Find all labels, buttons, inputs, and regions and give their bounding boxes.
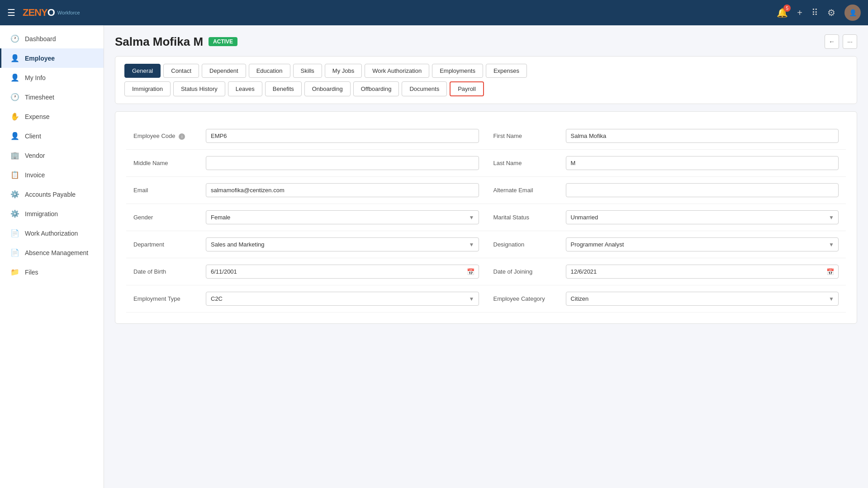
tab-general[interactable]: General <box>124 64 161 78</box>
email-input[interactable] <box>206 183 479 197</box>
top-navigation: ☰ ZENYO Workforce 🔔 5 + ⠿ ⚙ 👤 <box>0 0 868 25</box>
middle-name-field: Middle Name <box>126 150 486 177</box>
alternate-email-input[interactable] <box>566 183 839 197</box>
tab-benefits[interactable]: Benefits <box>265 81 302 96</box>
logo-text-white: O <box>47 7 55 18</box>
tab-leaves[interactable]: Leaves <box>228 81 262 96</box>
sidebar-label-invoice: Invoice <box>25 171 45 179</box>
hamburger-menu[interactable]: ☰ <box>7 7 15 18</box>
employee-code-info-icon[interactable]: i <box>179 133 185 140</box>
doj-input-wrap: 📅 <box>566 265 839 279</box>
employee-category-select[interactable]: CitizenGreen CardH1B <box>566 292 839 306</box>
tab-dependent[interactable]: Dependent <box>202 64 246 78</box>
gender-field: Gender FemaleMaleOther ▼ <box>126 204 486 231</box>
tabs-row-2: ImmigrationStatus HistoryLeavesBenefitsO… <box>124 81 848 96</box>
sidebar-label-files: Files <box>25 269 38 276</box>
back-button[interactable]: ← <box>825 34 839 49</box>
last-name-input-wrap <box>566 156 839 170</box>
nav-left: ☰ ZENYO Workforce <box>7 7 80 19</box>
notification-badge: 5 <box>783 5 791 12</box>
add-icon[interactable]: + <box>797 8 802 18</box>
myinfo-icon: 👤 <box>10 73 19 82</box>
first-name-input[interactable] <box>566 129 839 143</box>
alternate-email-label: Alternate Email <box>493 183 566 194</box>
main-layout: 🕐 Dashboard 👤 Employee 👤 My Info 🕐 Times… <box>0 25 868 488</box>
timesheet-icon: 🕐 <box>10 93 19 101</box>
sidebar-item-immigration[interactable]: ⚙️ Immigration <box>0 204 104 223</box>
tab-onboarding[interactable]: Onboarding <box>304 81 351 96</box>
marital-status-field: Marital Status UnmarriedMarriedDivorced … <box>486 204 846 231</box>
sidebar-item-client[interactable]: 👤 Client <box>0 126 104 146</box>
user-avatar[interactable]: 👤 <box>844 5 861 21</box>
tab-education[interactable]: Education <box>249 64 290 78</box>
dob-input[interactable] <box>206 265 479 279</box>
sidebar-item-expense[interactable]: ✋ Expense <box>0 107 104 126</box>
sidebar-label-immigration: Immigration <box>25 210 58 218</box>
employee-code-input[interactable] <box>206 129 479 143</box>
sidebar-item-dashboard[interactable]: 🕐 Dashboard <box>0 29 104 48</box>
notification-icon[interactable]: 🔔 5 <box>777 7 788 18</box>
sidebar-item-employee[interactable]: 👤 Employee <box>0 48 104 68</box>
sidebar-item-vendor[interactable]: 🏢 Vendor <box>0 146 104 165</box>
form-grid: Employee Code i First Name Middle Name <box>126 123 846 313</box>
tab-skills[interactable]: Skills <box>293 64 322 78</box>
employee-category-field: Employee Category CitizenGreen CardH1B ▼ <box>486 285 846 313</box>
sidebar-item-timesheet[interactable]: 🕐 Timesheet <box>0 87 104 107</box>
tab-offboarding[interactable]: Offboarding <box>353 81 399 96</box>
middle-name-input[interactable] <box>206 156 479 170</box>
tab-employments[interactable]: Employments <box>432 64 483 78</box>
tab-expenses[interactable]: Expenses <box>486 64 527 78</box>
last-name-input[interactable] <box>566 156 839 170</box>
sidebar-item-absence-management[interactable]: 📄 Absence Management <box>0 243 104 262</box>
sidebar-item-work-authorization[interactable]: 📄 Work Authorization <box>0 223 104 243</box>
department-select[interactable]: Sales and MarketingEngineeringHR <box>206 237 479 251</box>
app-logo: ZENYO Workforce <box>23 7 80 19</box>
page-actions: ← ··· <box>825 34 857 49</box>
sidebar: 🕐 Dashboard 👤 Employee 👤 My Info 🕐 Times… <box>0 25 104 488</box>
sidebar-label-absence-management: Absence Management <box>25 249 88 256</box>
dob-label: Date of Birth <box>133 265 206 275</box>
employee-category-label: Employee Category <box>493 292 566 302</box>
tab-work-auth[interactable]: Work Authorization <box>365 64 429 78</box>
sidebar-item-myinfo[interactable]: 👤 My Info <box>0 68 104 87</box>
sidebar-item-accounts-payable[interactable]: ⚙️ Accounts Payable <box>0 185 104 204</box>
tab-my-jobs[interactable]: My Jobs <box>325 64 362 78</box>
first-name-label: First Name <box>493 129 566 139</box>
logo-text-orange: ZENY <box>23 7 47 18</box>
marital-status-select-wrap: UnmarriedMarriedDivorced ▼ <box>566 210 839 224</box>
department-select-wrap: Sales and MarketingEngineeringHR ▼ <box>206 237 479 251</box>
tab-payroll[interactable]: Payroll <box>450 81 484 96</box>
sidebar-label-work-authorization: Work Authorization <box>25 230 78 237</box>
sidebar-item-invoice[interactable]: 📋 Invoice <box>0 165 104 185</box>
gender-select[interactable]: FemaleMaleOther <box>206 210 479 224</box>
settings-icon[interactable]: ⚙ <box>827 7 835 18</box>
sidebar-label-accounts-payable: Accounts Payable <box>25 191 76 198</box>
sidebar-item-files[interactable]: 📁 Files <box>0 262 104 282</box>
doj-label: Date of Joining <box>493 265 566 275</box>
client-icon: 👤 <box>10 132 19 140</box>
middle-name-input-wrap <box>206 156 479 170</box>
gender-select-wrap: FemaleMaleOther ▼ <box>206 210 479 224</box>
sidebar-label-dashboard: Dashboard <box>25 35 56 43</box>
doj-input[interactable] <box>566 265 839 279</box>
tab-immigration[interactable]: Immigration <box>124 81 171 96</box>
designation-select-wrap: Programmer AnalystManagerDirector ▼ <box>566 237 839 251</box>
sidebar-label-expense: Expense <box>25 113 49 120</box>
first-name-input-wrap <box>566 129 839 143</box>
page-title-group: Salma Mofika M ACTIVE <box>115 35 237 49</box>
tab-documents[interactable]: Documents <box>402 81 447 96</box>
department-label: Department <box>133 237 206 248</box>
files-icon: 📁 <box>10 268 19 276</box>
designation-select[interactable]: Programmer AnalystManagerDirector <box>566 237 839 251</box>
tab-contact[interactable]: Contact <box>163 64 199 78</box>
department-field: Department Sales and MarketingEngineerin… <box>126 231 486 258</box>
apps-icon[interactable]: ⠿ <box>811 7 818 18</box>
employment-type-select[interactable]: C2CW21099 <box>206 292 479 306</box>
tab-status-history[interactable]: Status History <box>173 81 225 96</box>
sidebar-label-vendor: Vendor <box>25 152 45 159</box>
vendor-icon: 🏢 <box>10 151 19 160</box>
employee-code-label: Employee Code i <box>133 129 206 140</box>
marital-status-select[interactable]: UnmarriedMarriedDivorced <box>566 210 839 224</box>
more-options-button[interactable]: ··· <box>843 34 857 49</box>
logo-sub: Workforce <box>57 10 80 15</box>
